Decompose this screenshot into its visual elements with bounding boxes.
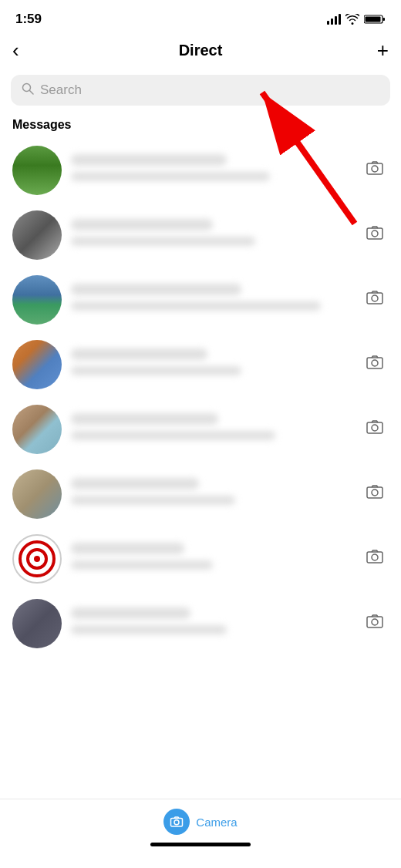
svg-point-23 [372,554,378,560]
message-content [71,154,355,187]
list-item[interactable] [8,527,393,591]
search-icon [22,82,34,98]
bottom-tab-bar: Camera [0,799,401,868]
contact-name [71,284,241,295]
list-item[interactable] [8,462,393,527]
svg-rect-7 [367,163,382,174]
camera-button[interactable] [361,284,389,316]
contact-name [71,219,213,230]
svg-point-10 [372,230,378,237]
message-preview [71,431,275,440]
contact-name [71,607,190,619]
svg-point-25 [372,619,378,625]
svg-point-16 [372,425,378,431]
wifi-icon [345,14,359,25]
message-content [71,607,355,641]
message-preview [71,496,235,505]
list-item[interactable] [8,397,393,462]
contact-name [71,543,184,554]
status-icons [327,14,386,25]
list-item[interactable] [8,332,393,397]
avatar [12,469,62,519]
message-preview [71,301,321,311]
svg-rect-17 [367,487,382,498]
signal-icon [327,14,341,25]
svg-point-27 [174,820,179,825]
message-content [71,413,355,446]
camera-button[interactable] [361,478,389,510]
search-placeholder: Search [40,82,82,98]
list-item[interactable] [8,138,393,203]
message-preview [71,560,213,570]
back-button[interactable]: ‹ [12,39,43,62]
message-content [71,284,355,317]
camera-button[interactable] [361,543,389,575]
camera-tab-label: Camera [196,816,237,829]
svg-line-6 [30,91,34,95]
nav-bar: ‹ Direct + [0,34,401,70]
message-content [71,543,355,576]
contact-name [71,413,218,425]
camera-button[interactable] [361,154,389,187]
camera-button[interactable] [361,219,389,251]
svg-rect-24 [367,617,382,627]
search-bar[interactable]: Search [11,75,390,106]
message-content [71,478,355,511]
new-message-button[interactable]: + [358,39,389,62]
home-indicator [150,843,251,846]
contact-name [71,478,199,490]
svg-rect-9 [367,228,382,239]
target-brand-icon [19,540,56,577]
messages-section-label: Messages [0,115,401,138]
message-content [71,348,355,382]
avatar [12,599,62,648]
svg-rect-22 [367,552,382,563]
list-item[interactable] [8,591,393,656]
svg-rect-13 [367,358,382,368]
camera-button[interactable] [361,413,389,446]
target-avatar [12,534,62,584]
svg-point-18 [372,490,378,496]
search-container: Search [0,70,401,115]
message-content [71,219,355,252]
message-preview [71,237,255,246]
camera-button[interactable] [361,607,389,640]
status-time: 1:59 [15,12,42,27]
message-list [0,138,401,656]
status-bar: 1:59 [0,0,401,34]
avatar [12,210,62,260]
avatar [12,340,62,389]
page-title: Direct [179,42,223,59]
avatar [12,405,62,454]
message-preview [71,625,227,634]
svg-point-14 [372,360,378,366]
camera-tab-icon [163,809,190,835]
message-preview [71,172,270,181]
contact-name [71,154,227,166]
camera-button[interactable] [361,348,389,381]
message-preview [71,366,241,375]
svg-rect-11 [367,293,382,304]
svg-point-8 [372,166,378,172]
list-item[interactable] [8,203,393,267]
svg-rect-1 [383,18,386,21]
svg-point-12 [372,295,378,301]
battery-icon [364,14,386,25]
list-item[interactable] [8,267,393,332]
svg-point-21 [34,556,40,562]
contact-name [71,348,207,360]
svg-rect-2 [366,17,381,22]
svg-rect-15 [367,422,382,433]
avatar [12,275,62,325]
avatar [12,146,62,195]
camera-tab[interactable]: Camera [163,809,237,835]
